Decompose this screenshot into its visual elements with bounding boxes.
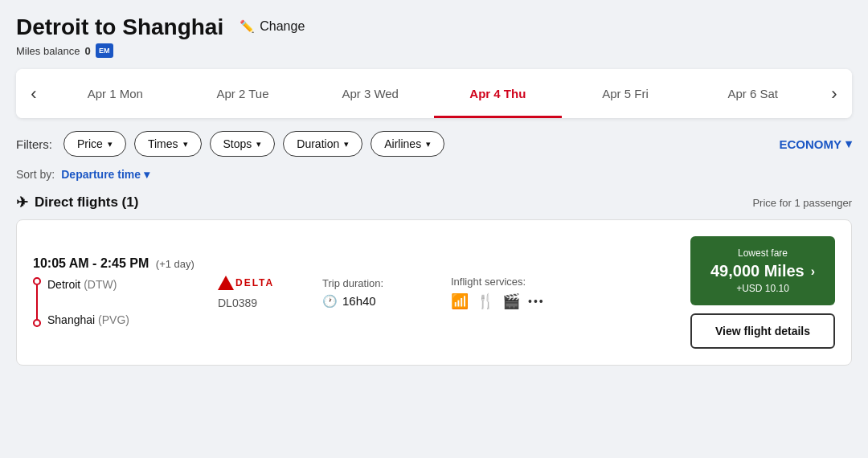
delta-triangle-icon: [218, 276, 234, 290]
miles-icon: EM: [96, 43, 113, 58]
filters-row: Filters: Price ▾ Times ▾ Stops ▾ Duratio…: [16, 131, 852, 157]
chevron-down-icon: ▾: [108, 139, 113, 149]
filter-airlines-button[interactable]: Airlines ▾: [371, 131, 444, 157]
filter-duration-button[interactable]: Duration ▾: [283, 131, 362, 157]
flight-time-range: 10:05 AM - 2:45 PM (+1 day): [33, 256, 210, 271]
sort-value-label: Departure time: [61, 168, 141, 181]
cabin-class-button[interactable]: ECONOMY ▾: [779, 137, 852, 151]
more-services-icon: •••: [528, 295, 545, 308]
flight-card: 10:05 AM - 2:45 PM (+1 day) Detroit (DTW…: [16, 219, 852, 366]
change-label: Change: [260, 19, 305, 34]
change-button[interactable]: ✏️ Change: [240, 19, 305, 34]
cabin-class-label: ECONOMY: [779, 137, 841, 151]
flight-number: DL0389: [218, 296, 257, 309]
filter-stops-label: Stops: [223, 137, 252, 150]
miles-balance: Miles balance 0 EM: [16, 43, 852, 58]
section-header: ✈ Direct flights (1) Price for 1 passeng…: [16, 194, 852, 211]
filter-price-label: Price: [77, 137, 103, 150]
clock-icon: 🕐: [322, 294, 338, 309]
price-note: Price for 1 passenger: [752, 197, 852, 209]
airline-logo: DELTA: [218, 276, 274, 290]
route-line: [36, 285, 38, 320]
date-item-mon[interactable]: Apr 1 Mon: [51, 69, 179, 118]
chevron-right-icon: ›: [811, 264, 815, 279]
trip-duration-label: Trip duration:: [322, 277, 451, 289]
duration-column: Trip duration: 🕐 16h40: [322, 277, 451, 309]
chevron-down-icon: ▾: [144, 168, 149, 181]
origin-code: (DTW): [84, 278, 117, 291]
filter-stops-button[interactable]: Stops ▾: [210, 131, 276, 157]
route-column: 10:05 AM - 2:45 PM (+1 day) Detroit (DTW…: [33, 256, 210, 329]
origin-city: Detroit (DTW): [47, 278, 117, 291]
filter-times-button[interactable]: Times ▾: [134, 131, 202, 157]
sort-row: Sort by: Departure time ▾: [16, 168, 852, 181]
inflight-column: Inflight services: 📶 🍴 🎬 •••: [451, 276, 612, 310]
entertainment-icon: 🎬: [502, 292, 520, 310]
page-title: Detroit to Shanghai: [16, 14, 223, 40]
airline-column: DELTA DL0389: [210, 276, 322, 309]
filter-price-button[interactable]: Price ▾: [63, 131, 126, 157]
chevron-down-icon: ▾: [426, 139, 431, 149]
plane-icon: ✈: [16, 194, 28, 211]
inflight-services-icons: 📶 🍴 🎬 •••: [451, 292, 612, 310]
carousel-dates: Apr 1 Mon Apr 2 Tue Apr 3 Wed Apr 4 Thu …: [51, 69, 817, 118]
chevron-down-icon: ▾: [256, 139, 261, 149]
carousel-next-button[interactable]: ›: [817, 69, 852, 118]
date-item-thu[interactable]: Apr 4 Thu: [434, 69, 562, 118]
direct-flights-title: ✈ Direct flights (1): [16, 194, 138, 211]
price-column: Lowest fare 49,000 Miles › +USD 10.10 Vi…: [690, 236, 835, 349]
wifi-icon: 📶: [451, 292, 469, 310]
filter-airlines-label: Airlines: [384, 137, 421, 150]
date-item-fri[interactable]: Apr 5 Fri: [562, 69, 690, 118]
route-stops: Detroit (DTW) Shanghai (PVG): [33, 276, 210, 329]
filter-duration-label: Duration: [297, 137, 339, 150]
sort-label: Sort by:: [16, 168, 55, 181]
sort-value-button[interactable]: Departure time ▾: [61, 168, 149, 181]
airline-name: DELTA: [235, 277, 274, 288]
dest-code: (PVG): [98, 313, 129, 326]
view-details-button[interactable]: View flight details: [690, 313, 835, 349]
chevron-down-icon: ▾: [845, 137, 852, 151]
chevron-down-icon: ▾: [183, 139, 188, 149]
fare-usd: +USD 10.10: [705, 283, 821, 294]
fare-miles: 49,000 Miles ›: [705, 262, 821, 280]
date-item-wed[interactable]: Apr 3 Wed: [306, 69, 434, 118]
trip-duration-value: 🕐 16h40: [322, 294, 451, 309]
filter-times-label: Times: [148, 137, 178, 150]
date-item-tue[interactable]: Apr 2 Tue: [179, 69, 307, 118]
dest-dot: [33, 319, 41, 327]
date-carousel: ‹ Apr 1 Mon Apr 2 Tue Apr 3 Wed Apr 4 Th…: [16, 69, 852, 118]
fare-button[interactable]: Lowest fare 49,000 Miles › +USD 10.10: [690, 236, 835, 305]
meal-icon: 🍴: [477, 292, 494, 310]
carousel-prev-button[interactable]: ‹: [16, 69, 51, 118]
fare-label: Lowest fare: [705, 247, 821, 259]
inflight-label: Inflight services:: [451, 276, 612, 288]
dest-city: Shanghai (PVG): [47, 313, 129, 326]
plus-day: (+1 day): [156, 258, 194, 270]
filters-label: Filters:: [16, 137, 52, 151]
chevron-down-icon: ▾: [344, 139, 349, 149]
date-item-sat[interactable]: Apr 6 Sat: [689, 69, 817, 118]
origin-dot: [33, 277, 41, 285]
edit-icon: ✏️: [240, 19, 255, 34]
